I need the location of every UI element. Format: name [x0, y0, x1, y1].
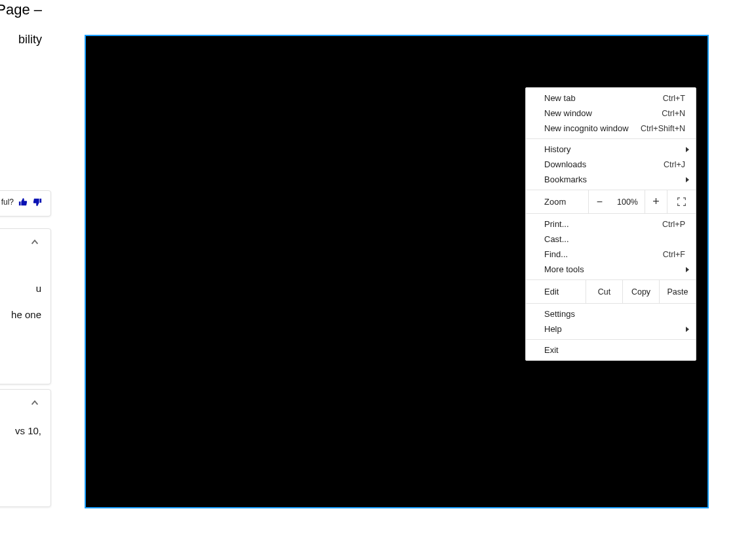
menu-item-label: Downloads: [544, 159, 664, 169]
menu-more-tools[interactable]: More tools: [526, 262, 696, 277]
menu-item-accel: Ctrl+N: [662, 109, 685, 118]
page-title: Page –: [0, 1, 42, 18]
menu-item-label: History: [544, 144, 686, 154]
menu-item-label: Settings: [544, 309, 685, 319]
menu-item-label: Cast...: [544, 234, 685, 244]
menu-new-tab[interactable]: New tab Ctrl+T: [526, 91, 696, 106]
menu-find[interactable]: Find... Ctrl+F: [526, 247, 696, 262]
menu-item-label: Bookmarks: [544, 175, 686, 184]
edit-paste-button[interactable]: Paste: [659, 280, 696, 303]
menu-help[interactable]: Help: [526, 321, 696, 337]
menu-item-accel: Ctrl+J: [664, 160, 685, 169]
submenu-arrow-icon: [686, 177, 689, 182]
chevron-up-icon[interactable]: [28, 396, 41, 409]
collapsible-card-1[interactable]: u he one: [0, 228, 51, 384]
menu-exit[interactable]: Exit: [526, 342, 696, 358]
menu-downloads[interactable]: Downloads Ctrl+J: [526, 157, 696, 172]
background-page-column: Page – bility ful? u he one vs 10,: [0, 0, 51, 555]
edit-cut-button[interactable]: Cut: [586, 280, 622, 303]
page-subtitle: bility: [18, 33, 42, 47]
menu-history[interactable]: History: [526, 142, 696, 157]
submenu-arrow-icon: [686, 267, 689, 272]
menu-item-label: New tab: [544, 93, 663, 103]
feedback-prompt: ful?: [1, 197, 14, 207]
collapsible-card-2[interactable]: vs 10,: [0, 389, 51, 507]
fullscreen-button[interactable]: [667, 190, 696, 213]
card1-text-line-2: he one: [11, 309, 41, 320]
menu-print[interactable]: Print... Ctrl+P: [526, 216, 696, 232]
menu-item-label: Help: [544, 324, 686, 334]
zoom-in-button[interactable]: +: [645, 190, 667, 213]
menu-item-label: Exit: [544, 345, 685, 355]
menu-settings[interactable]: Settings: [526, 306, 696, 321]
menu-item-label: Find...: [544, 249, 663, 259]
chrome-main-menu: New tab Ctrl+T New window Ctrl+N New inc…: [525, 87, 696, 361]
menu-item-accel: Ctrl+F: [663, 250, 685, 259]
feedback-card: ful?: [0, 190, 51, 216]
menu-bookmarks[interactable]: Bookmarks: [526, 172, 696, 187]
menu-zoom-row: Zoom − 100% +: [526, 190, 696, 213]
zoom-out-button[interactable]: −: [588, 190, 610, 213]
menu-item-label: New incognito window: [544, 123, 641, 133]
thumbs-down-icon[interactable]: [32, 197, 43, 207]
edit-copy-button[interactable]: Copy: [622, 280, 659, 303]
zoom-percent: 100%: [610, 197, 645, 207]
submenu-arrow-icon: [686, 147, 689, 152]
menu-item-label: New window: [544, 108, 662, 118]
menu-item-accel: Ctrl+P: [662, 220, 685, 229]
menu-item-accel: Ctrl+Shift+N: [641, 124, 685, 133]
menu-new-window[interactable]: New window Ctrl+N: [526, 106, 696, 121]
card1-text-line-1: u: [36, 283, 41, 294]
zoom-label: Zoom: [526, 197, 588, 207]
card2-text-line-1: vs 10,: [15, 425, 41, 436]
menu-cast[interactable]: Cast...: [526, 232, 696, 247]
menu-item-accel: Ctrl+T: [663, 94, 685, 103]
menu-item-label: More tools: [544, 264, 686, 274]
thumbs-up-icon[interactable]: [18, 197, 28, 207]
submenu-arrow-icon: [686, 327, 689, 332]
edit-label: Edit: [526, 280, 586, 303]
menu-item-label: Print...: [544, 219, 662, 229]
menu-edit-row: Edit Cut Copy Paste: [526, 280, 696, 303]
chevron-up-icon[interactable]: [28, 236, 41, 249]
menu-new-incognito[interactable]: New incognito window Ctrl+Shift+N: [526, 121, 696, 136]
